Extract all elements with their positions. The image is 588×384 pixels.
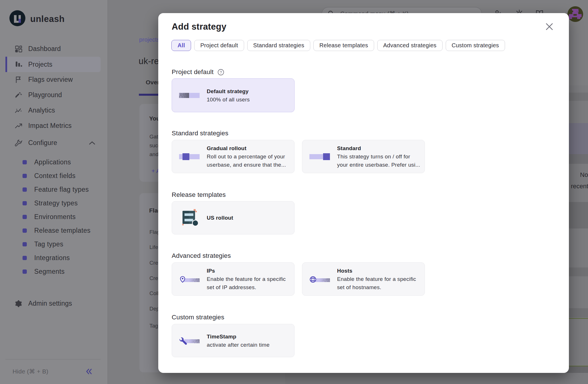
svg-text:?: ? — [220, 70, 222, 75]
